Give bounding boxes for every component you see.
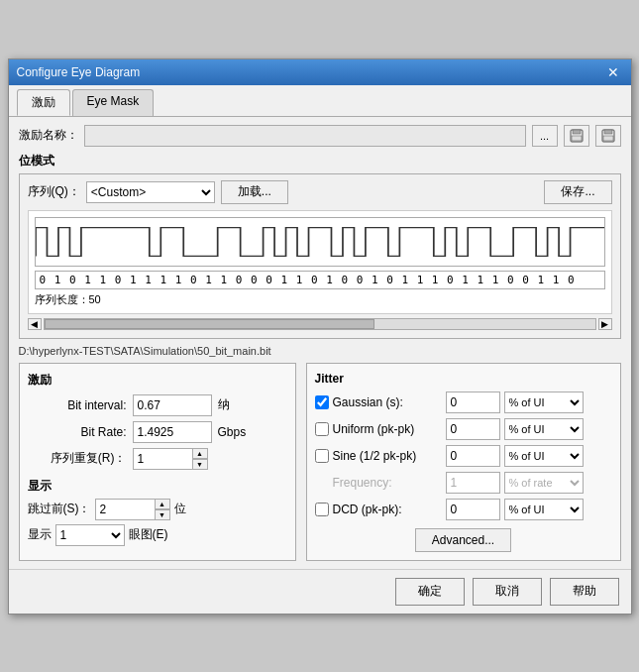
- uniform-checkbox[interactable]: [315, 422, 329, 436]
- stimulus-name-label: 激励名称：: [19, 127, 78, 144]
- gaussian-checkbox[interactable]: [315, 395, 329, 409]
- sine-label: Sine (1/2 pk-pk): [333, 449, 442, 463]
- uniform-label: Uniform (pk-pk): [333, 422, 442, 436]
- svg-rect-5: [603, 136, 613, 141]
- skip-spinner: ▲ ▼: [95, 499, 170, 520]
- tab-stimulus[interactable]: 激励: [17, 89, 70, 116]
- bit-display: 0 1 0 1 1 0 1 1 1 1 0 1 1 0 0 0 1 1 0 1 …: [28, 210, 612, 314]
- bit-interval-row: Bit interval: 纳: [28, 394, 287, 416]
- skip-down-btn[interactable]: ▼: [155, 509, 170, 520]
- seq-repeat-input[interactable]: [133, 448, 192, 470]
- save1-icon: [570, 129, 584, 143]
- freq-row: Frequency: % of rate: [315, 472, 612, 494]
- display-section: 显示 跳过前(S)： ▲ ▼ 位: [28, 478, 287, 546]
- gaussian-label: Gaussian (s):: [333, 395, 442, 409]
- skip-label: 跳过前(S)：: [28, 501, 91, 517]
- hscrollbar-thumb: [45, 319, 375, 329]
- window-title: Configure Eye Diagram: [17, 65, 141, 79]
- waveform-svg: [36, 218, 604, 266]
- gaussian-input[interactable]: [446, 392, 500, 413]
- seq-label: 序列(Q)：: [28, 183, 80, 200]
- uniform-unit-select[interactable]: % of UI: [504, 418, 584, 440]
- eye-label: 眼图(E): [129, 526, 168, 543]
- sine-input[interactable]: [446, 445, 500, 467]
- show-row: 显示 1 眼图(E): [28, 524, 287, 546]
- scroll-left-btn[interactable]: ◀: [28, 318, 42, 330]
- bottom-bar: 确定 取消 帮助: [9, 569, 631, 614]
- seq-repeat-down-btn[interactable]: ▼: [192, 459, 208, 470]
- excitation-panel-title: 激励: [28, 372, 287, 389]
- dcd-label: DCD (pk-pk):: [333, 503, 442, 516]
- sine-checkbox[interactable]: [315, 449, 329, 463]
- bit-sequence: 0 1 0 1 1 0 1 1 1 1 0 1 1 0 0 0 1 1 0 1 …: [35, 271, 605, 289]
- advanced-button[interactable]: Advanced...: [415, 528, 511, 552]
- advanced-btn-wrap: Advanced...: [315, 528, 612, 552]
- hscrollbar[interactable]: [44, 318, 596, 330]
- two-col-layout: 激励 Bit interval: 纳 Bit Rate: Gbps 序列重复(R…: [19, 363, 621, 561]
- help-button[interactable]: 帮助: [550, 578, 619, 606]
- dots-button[interactable]: ...: [532, 125, 558, 147]
- filepath: D:\hyperlynx-TEST\SATA\Simulation\50_bit…: [19, 345, 621, 357]
- uniform-row: Uniform (pk-pk) % of UI: [315, 418, 612, 440]
- close-button[interactable]: ✕: [603, 64, 623, 80]
- skip-spinner-btns: ▲ ▼: [155, 499, 170, 520]
- seq-repeat-spinner-btns: ▲ ▼: [192, 448, 208, 470]
- save2-icon: [601, 129, 615, 143]
- dcd-input[interactable]: [446, 499, 500, 520]
- left-panel: 激励 Bit interval: 纳 Bit Rate: Gbps 序列重复(R…: [19, 363, 296, 561]
- bit-mode-box: 序列(Q)： <Custom> 加载... 保存... 0 1 0 1 1 0 …: [19, 173, 621, 339]
- tab-bar: 激励 Eye Mask: [9, 85, 631, 117]
- svg-rect-2: [572, 136, 582, 141]
- bit-rate-input[interactable]: [133, 421, 212, 443]
- tab-eye-mask[interactable]: Eye Mask: [72, 89, 155, 116]
- bit-rate-row: Bit Rate: Gbps: [28, 421, 287, 443]
- scrollbar-row: ◀ ▶: [28, 318, 612, 330]
- seq-row: 序列(Q)： <Custom> 加载... 保存...: [28, 180, 612, 204]
- cancel-button[interactable]: 取消: [473, 578, 542, 606]
- freq-input[interactable]: [446, 472, 500, 494]
- show-select[interactable]: 1: [55, 524, 125, 546]
- scroll-right-btn[interactable]: ▶: [598, 318, 612, 330]
- seq-select[interactable]: <Custom>: [86, 181, 215, 203]
- gaussian-row: Gaussian (s): % of UI: [315, 392, 612, 413]
- seq-repeat-label: 序列重复(R)：: [28, 450, 127, 467]
- main-content: 激励名称： ... 位模式 序列(Q)： <Custom> 加载... 保存..…: [9, 117, 631, 569]
- freq-label: Frequency:: [333, 476, 442, 490]
- right-panel: Jitter Gaussian (s): % of UI Uniform (pk…: [306, 363, 621, 561]
- svg-rect-4: [604, 130, 612, 134]
- seq-length: 序列长度：50: [35, 292, 605, 307]
- seq-repeat-spinner: ▲ ▼: [133, 448, 208, 470]
- stimulus-name-input[interactable]: [84, 125, 526, 147]
- bit-mode-section-label: 位模式: [19, 153, 621, 169]
- show-label: 显示: [28, 526, 52, 543]
- save1-button[interactable]: [564, 125, 589, 147]
- seq-repeat-up-btn[interactable]: ▲: [192, 448, 208, 459]
- jitter-panel-title: Jitter: [315, 372, 612, 386]
- sine-row: Sine (1/2 pk-pk) % of UI: [315, 445, 612, 467]
- skip-input[interactable]: [95, 499, 155, 520]
- stimulus-name-row: 激励名称： ...: [19, 125, 621, 147]
- skip-up-btn[interactable]: ▲: [155, 499, 170, 509]
- uniform-input[interactable]: [446, 418, 500, 440]
- save2-button[interactable]: [595, 125, 621, 147]
- bit-rate-label: Bit Rate:: [28, 425, 127, 439]
- bit-interval-unit: 纳: [218, 396, 248, 413]
- dcd-checkbox[interactable]: [315, 503, 329, 516]
- sine-unit-select[interactable]: % of UI: [504, 445, 584, 467]
- display-section-label: 显示: [28, 478, 287, 495]
- freq-unit-select[interactable]: % of rate: [504, 472, 584, 494]
- skip-row: 跳过前(S)： ▲ ▼ 位: [28, 499, 287, 520]
- bit-rate-unit: Gbps: [218, 425, 248, 439]
- seq-repeat-row: 序列重复(R)： ▲ ▼: [28, 448, 287, 470]
- confirm-button[interactable]: 确定: [395, 578, 465, 606]
- load-button[interactable]: 加载...: [221, 180, 288, 204]
- gaussian-unit-select[interactable]: % of UI: [504, 392, 584, 413]
- save-button[interactable]: 保存...: [544, 180, 611, 204]
- dcd-unit-select[interactable]: % of UI: [504, 499, 584, 520]
- bit-waveform: [35, 217, 605, 267]
- svg-rect-1: [573, 130, 581, 134]
- dcd-row: DCD (pk-pk): % of UI: [315, 499, 612, 520]
- bit-interval-input[interactable]: [133, 394, 212, 416]
- title-bar: Configure Eye Diagram ✕: [9, 59, 631, 85]
- skip-unit: 位: [174, 501, 186, 517]
